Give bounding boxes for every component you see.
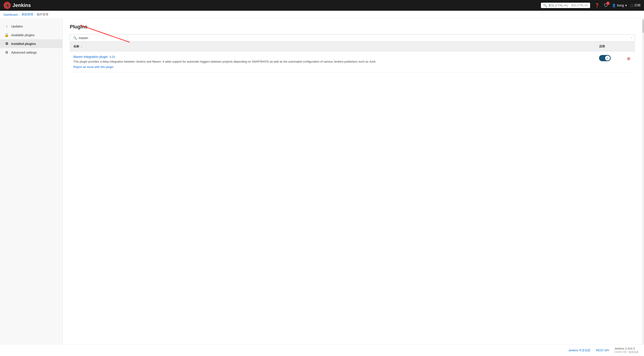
plugin-enable-cell: ✓ xyxy=(596,51,622,72)
user-avatar-icon: 👤 xyxy=(612,3,616,7)
col-enable-header: 启用 xyxy=(596,42,622,51)
toggle-track: ✓ xyxy=(599,55,611,61)
help-button[interactable]: ❓ xyxy=(594,2,600,9)
plugin-search-bar[interactable]: 🔍 / xyxy=(70,34,635,42)
jenkins-logo-icon: 🎩 xyxy=(4,2,11,9)
header-right-area: 🔍 查找 (CTRL+K) ❓ 🛡 1 👤 kong ▾ ⬚ 注销 xyxy=(541,2,640,9)
scrollbar-track[interactable] xyxy=(642,18,644,344)
col-name-header[interactable]: 名称 ↓ xyxy=(70,42,596,51)
sidebar-item-available-plugins[interactable]: 🔒 Available plugins xyxy=(0,31,62,39)
page-footer: Jenkins 中文社区 REST API Jenkins 2.414.3 CS… xyxy=(0,344,644,356)
advanced-settings-icon: ⚙ xyxy=(4,50,9,54)
breadcrumb-sep-1: › xyxy=(19,13,20,16)
search-icon: 🔍 xyxy=(543,3,547,7)
updates-icon: ↑ xyxy=(4,24,9,28)
logout-label: 注销 xyxy=(634,3,640,7)
table-header-row: 名称 ↓ 启用 xyxy=(70,42,635,51)
page-title: Plugins xyxy=(70,24,635,30)
main-layout: ↑ Updates 🔒 Available plugins ⚙ Installe… xyxy=(0,18,644,344)
table-row: Maven Integration plugin 3.23 This plugi… xyxy=(70,51,635,72)
plugin-search-icon: 🔍 xyxy=(73,36,77,40)
col-action-header xyxy=(622,42,635,51)
available-plugins-icon: 🔒 xyxy=(4,33,9,37)
jenkins-logo-text: Jenkins xyxy=(12,2,31,8)
sidebar: ↑ Updates 🔒 Available plugins ⚙ Installe… xyxy=(0,18,62,344)
jenkins-logo[interactable]: 🎩 Jenkins xyxy=(4,2,31,9)
breadcrumb-current: 插件管理 xyxy=(37,12,48,16)
plugin-cell: Maven Integration plugin 3.23 This plugi… xyxy=(70,51,596,72)
plugin-name-row: Maven Integration plugin 3.23 xyxy=(73,55,592,58)
app-header: 🎩 Jenkins 🔍 查找 (CTRL+K) ❓ 🛡 1 👤 kong ▾ ⬚… xyxy=(0,0,644,11)
sidebar-item-installed-plugins-label: Installed plugins xyxy=(11,42,36,45)
plugin-search-input[interactable] xyxy=(79,36,629,40)
plugin-description: This plugin provides a deep integration … xyxy=(73,59,592,64)
plugin-enable-toggle[interactable]: ✓ xyxy=(599,55,619,61)
sidebar-item-advanced-settings-label: Advanced settings xyxy=(11,51,37,54)
footer-api-link[interactable]: REST API xyxy=(596,349,609,352)
security-shield[interactable]: 🛡 1 xyxy=(604,3,608,8)
user-name-label: kong xyxy=(617,3,624,7)
global-search-box[interactable]: 🔍 查找 (CTRL+K) xyxy=(541,3,590,8)
breadcrumb-system-manage[interactable]: 系统管理 xyxy=(22,12,33,16)
plugins-table: 名称 ↓ 启用 Maven Integration plugin 3.23 Th… xyxy=(70,42,635,72)
sidebar-item-available-plugins-label: Available plugins xyxy=(11,33,35,37)
plugin-action-cell: ⊗ xyxy=(622,51,635,72)
footer-community-link[interactable]: Jenkins 中文社区 xyxy=(568,349,591,353)
user-menu[interactable]: 👤 kong ▾ xyxy=(612,3,627,7)
search-shortcut-hint: 查找 (CTRL+K) xyxy=(571,4,588,7)
plugin-delete-button[interactable]: ⊗ xyxy=(626,55,632,62)
plugin-report-link[interactable]: Report an issue with this plugin xyxy=(73,65,114,69)
sidebar-item-installed-plugins[interactable]: ⚙ Installed plugins xyxy=(0,39,62,48)
toggle-thumb: ✓ xyxy=(605,56,610,60)
sidebar-item-advanced-settings[interactable]: ⚙ Advanced settings xyxy=(0,48,62,57)
plugin-version: 3.23 xyxy=(109,55,115,58)
logout-button[interactable]: ⬚ 注销 xyxy=(630,3,640,7)
help-icon: ❓ xyxy=(594,3,600,8)
plugin-search-shortcut: / xyxy=(631,36,632,39)
sort-arrow-icon: ↓ xyxy=(81,45,82,48)
footer-version-block: Jenkins 2.414.3 CSDN ©等一场有场者 xyxy=(614,347,639,354)
sidebar-item-updates-label: Updates xyxy=(11,24,23,28)
logout-icon: ⬚ xyxy=(630,3,633,7)
breadcrumb: Dashboard › 系统管理 › 插件管理 xyxy=(0,11,644,18)
footer-sub-text: CSDN ©等一场有场者 xyxy=(614,351,639,353)
global-search-input[interactable] xyxy=(548,4,570,7)
breadcrumb-dashboard[interactable]: Dashboard xyxy=(4,13,18,16)
installed-plugins-icon: ⚙ xyxy=(4,41,9,46)
main-content: Plugins 🔍 / 名称 ↓ 启用 xyxy=(62,18,642,344)
sidebar-item-updates[interactable]: ↑ Updates xyxy=(0,22,62,31)
user-menu-chevron: ▾ xyxy=(625,3,627,7)
breadcrumb-sep-2: › xyxy=(34,13,35,16)
scrollbar-thumb[interactable] xyxy=(642,19,644,33)
footer-version: Jenkins 2.414.3 xyxy=(614,347,635,350)
plugin-name-link[interactable]: Maven Integration plugin xyxy=(73,55,108,58)
shield-badge-count: 1 xyxy=(606,1,610,5)
